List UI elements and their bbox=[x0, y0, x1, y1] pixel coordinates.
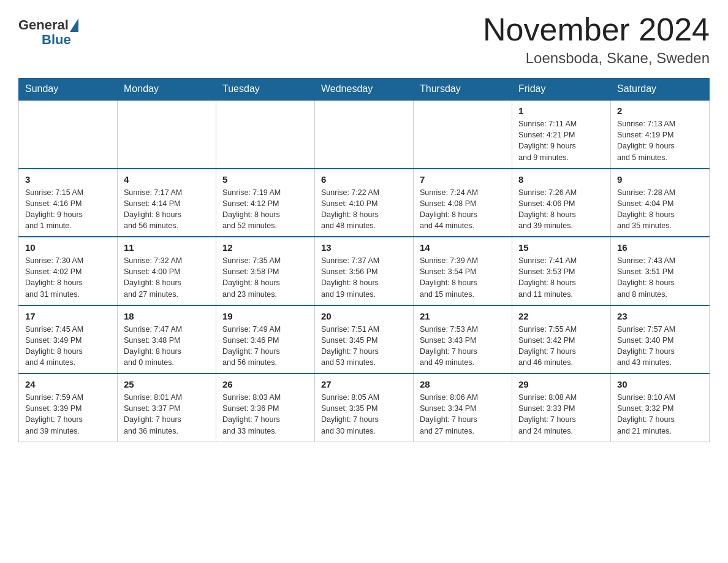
day-number: 17 bbox=[25, 311, 111, 321]
day-info: Sunrise: 7:45 AM Sunset: 3:49 PM Dayligh… bbox=[25, 324, 111, 369]
day-number: 4 bbox=[124, 174, 210, 185]
calendar-cell: 18Sunrise: 7:47 AM Sunset: 3:48 PM Dayli… bbox=[118, 305, 216, 374]
day-info: Sunrise: 8:01 AM Sunset: 3:37 PM Dayligh… bbox=[124, 392, 210, 437]
logo: General Blue bbox=[18, 17, 80, 48]
day-info: Sunrise: 7:22 AM Sunset: 4:10 PM Dayligh… bbox=[321, 187, 407, 232]
day-info: Sunrise: 8:10 AM Sunset: 3:32 PM Dayligh… bbox=[617, 392, 703, 437]
day-number: 1 bbox=[518, 105, 604, 116]
day-number: 26 bbox=[222, 379, 308, 389]
day-number: 11 bbox=[124, 242, 210, 253]
day-info: Sunrise: 7:49 AM Sunset: 3:46 PM Dayligh… bbox=[222, 324, 308, 369]
day-info: Sunrise: 7:57 AM Sunset: 3:40 PM Dayligh… bbox=[617, 324, 703, 369]
calendar-cell bbox=[118, 100, 216, 169]
day-number: 23 bbox=[617, 311, 703, 321]
calendar-cell: 10Sunrise: 7:30 AM Sunset: 4:02 PM Dayli… bbox=[19, 237, 118, 305]
calendar-cell: 14Sunrise: 7:39 AM Sunset: 3:54 PM Dayli… bbox=[414, 237, 512, 305]
calendar-cell: 27Sunrise: 8:05 AM Sunset: 3:35 PM Dayli… bbox=[315, 373, 414, 442]
week-row-5: 24Sunrise: 7:59 AM Sunset: 3:39 PM Dayli… bbox=[19, 373, 710, 442]
day-number: 29 bbox=[518, 379, 604, 389]
calendar-cell: 16Sunrise: 7:43 AM Sunset: 3:51 PM Dayli… bbox=[611, 237, 710, 305]
calendar-cell: 17Sunrise: 7:45 AM Sunset: 3:49 PM Dayli… bbox=[19, 305, 118, 374]
calendar-cell: 25Sunrise: 8:01 AM Sunset: 3:37 PM Dayli… bbox=[118, 373, 216, 442]
weekday-header-friday: Friday bbox=[512, 79, 611, 101]
calendar-table: SundayMondayTuesdayWednesdayThursdayFrid… bbox=[18, 78, 710, 442]
day-info: Sunrise: 7:35 AM Sunset: 3:58 PM Dayligh… bbox=[222, 255, 308, 300]
day-info: Sunrise: 7:51 AM Sunset: 3:45 PM Dayligh… bbox=[321, 324, 407, 369]
calendar-cell: 30Sunrise: 8:10 AM Sunset: 3:32 PM Dayli… bbox=[611, 373, 710, 442]
day-info: Sunrise: 7:19 AM Sunset: 4:12 PM Dayligh… bbox=[222, 187, 308, 232]
day-number: 2 bbox=[617, 105, 703, 116]
day-number: 8 bbox=[518, 174, 604, 185]
day-number: 24 bbox=[25, 379, 111, 389]
day-info: Sunrise: 7:15 AM Sunset: 4:16 PM Dayligh… bbox=[25, 187, 111, 232]
calendar-cell: 4Sunrise: 7:17 AM Sunset: 4:14 PM Daylig… bbox=[118, 169, 216, 237]
day-info: Sunrise: 7:41 AM Sunset: 3:53 PM Dayligh… bbox=[518, 255, 604, 300]
day-number: 30 bbox=[617, 379, 703, 389]
calendar-cell: 2Sunrise: 7:13 AM Sunset: 4:19 PM Daylig… bbox=[611, 100, 710, 169]
day-number: 14 bbox=[420, 242, 506, 253]
day-number: 20 bbox=[321, 311, 407, 321]
weekday-header-row: SundayMondayTuesdayWednesdayThursdayFrid… bbox=[19, 79, 710, 101]
day-number: 18 bbox=[124, 311, 210, 321]
day-info: Sunrise: 7:37 AM Sunset: 3:56 PM Dayligh… bbox=[321, 255, 407, 300]
weekday-header-wednesday: Wednesday bbox=[315, 79, 414, 101]
day-number: 7 bbox=[420, 174, 506, 185]
day-info: Sunrise: 7:55 AM Sunset: 3:42 PM Dayligh… bbox=[518, 324, 604, 369]
day-info: Sunrise: 7:26 AM Sunset: 4:06 PM Dayligh… bbox=[518, 187, 604, 232]
day-number: 3 bbox=[25, 174, 111, 185]
calendar-cell: 7Sunrise: 7:24 AM Sunset: 4:08 PM Daylig… bbox=[414, 169, 512, 237]
logo-blue-text: Blue bbox=[42, 32, 71, 48]
calendar-cell: 6Sunrise: 7:22 AM Sunset: 4:10 PM Daylig… bbox=[315, 169, 414, 237]
day-info: Sunrise: 7:47 AM Sunset: 3:48 PM Dayligh… bbox=[124, 324, 210, 369]
day-number: 19 bbox=[222, 311, 308, 321]
day-info: Sunrise: 7:13 AM Sunset: 4:19 PM Dayligh… bbox=[617, 118, 703, 163]
day-number: 21 bbox=[420, 311, 506, 321]
day-info: Sunrise: 8:08 AM Sunset: 3:33 PM Dayligh… bbox=[518, 392, 604, 437]
header: General Blue November 2024 Loensboda, Sk… bbox=[18, 12, 710, 67]
calendar-cell: 21Sunrise: 7:53 AM Sunset: 3:43 PM Dayli… bbox=[414, 305, 512, 374]
logo-triangle-icon bbox=[70, 18, 78, 32]
day-number: 28 bbox=[420, 379, 506, 389]
day-info: Sunrise: 7:53 AM Sunset: 3:43 PM Dayligh… bbox=[420, 324, 506, 369]
day-info: Sunrise: 7:24 AM Sunset: 4:08 PM Dayligh… bbox=[420, 187, 506, 232]
title-area: November 2024 Loensboda, Skane, Sweden bbox=[483, 12, 710, 67]
weekday-header-thursday: Thursday bbox=[414, 79, 512, 101]
location-subtitle: Loensboda, Skane, Sweden bbox=[483, 50, 710, 67]
calendar-cell bbox=[315, 100, 414, 169]
calendar-cell: 8Sunrise: 7:26 AM Sunset: 4:06 PM Daylig… bbox=[512, 169, 611, 237]
calendar-cell: 1Sunrise: 7:11 AM Sunset: 4:21 PM Daylig… bbox=[512, 100, 611, 169]
day-info: Sunrise: 7:59 AM Sunset: 3:39 PM Dayligh… bbox=[25, 392, 111, 437]
calendar-cell: 12Sunrise: 7:35 AM Sunset: 3:58 PM Dayli… bbox=[216, 237, 315, 305]
day-number: 9 bbox=[617, 174, 703, 185]
calendar-cell bbox=[19, 100, 118, 169]
day-info: Sunrise: 7:43 AM Sunset: 3:51 PM Dayligh… bbox=[617, 255, 703, 300]
day-info: Sunrise: 7:39 AM Sunset: 3:54 PM Dayligh… bbox=[420, 255, 506, 300]
calendar-cell: 13Sunrise: 7:37 AM Sunset: 3:56 PM Dayli… bbox=[315, 237, 414, 305]
day-info: Sunrise: 7:11 AM Sunset: 4:21 PM Dayligh… bbox=[518, 118, 604, 163]
calendar-cell: 19Sunrise: 7:49 AM Sunset: 3:46 PM Dayli… bbox=[216, 305, 315, 374]
calendar-cell: 26Sunrise: 8:03 AM Sunset: 3:36 PM Dayli… bbox=[216, 373, 315, 442]
week-row-3: 10Sunrise: 7:30 AM Sunset: 4:02 PM Dayli… bbox=[19, 237, 710, 305]
day-number: 6 bbox=[321, 174, 407, 185]
calendar-cell: 28Sunrise: 8:06 AM Sunset: 3:34 PM Dayli… bbox=[414, 373, 512, 442]
day-number: 25 bbox=[124, 379, 210, 389]
day-number: 10 bbox=[25, 242, 111, 253]
day-number: 16 bbox=[617, 242, 703, 253]
calendar-cell: 5Sunrise: 7:19 AM Sunset: 4:12 PM Daylig… bbox=[216, 169, 315, 237]
day-info: Sunrise: 7:30 AM Sunset: 4:02 PM Dayligh… bbox=[25, 255, 111, 300]
calendar-cell: 20Sunrise: 7:51 AM Sunset: 3:45 PM Dayli… bbox=[315, 305, 414, 374]
week-row-2: 3Sunrise: 7:15 AM Sunset: 4:16 PM Daylig… bbox=[19, 169, 710, 237]
calendar-cell: 24Sunrise: 7:59 AM Sunset: 3:39 PM Dayli… bbox=[19, 373, 118, 442]
calendar-cell bbox=[216, 100, 315, 169]
day-number: 15 bbox=[518, 242, 604, 253]
day-info: Sunrise: 7:28 AM Sunset: 4:04 PM Dayligh… bbox=[617, 187, 703, 232]
day-info: Sunrise: 8:05 AM Sunset: 3:35 PM Dayligh… bbox=[321, 392, 407, 437]
day-info: Sunrise: 8:03 AM Sunset: 3:36 PM Dayligh… bbox=[222, 392, 308, 437]
day-info: Sunrise: 8:06 AM Sunset: 3:34 PM Dayligh… bbox=[420, 392, 506, 437]
week-row-4: 17Sunrise: 7:45 AM Sunset: 3:49 PM Dayli… bbox=[19, 305, 710, 374]
week-row-1: 1Sunrise: 7:11 AM Sunset: 4:21 PM Daylig… bbox=[19, 100, 710, 169]
calendar-cell: 23Sunrise: 7:57 AM Sunset: 3:40 PM Dayli… bbox=[611, 305, 710, 374]
calendar-cell: 29Sunrise: 8:08 AM Sunset: 3:33 PM Dayli… bbox=[512, 373, 611, 442]
calendar-cell: 22Sunrise: 7:55 AM Sunset: 3:42 PM Dayli… bbox=[512, 305, 611, 374]
calendar-cell: 9Sunrise: 7:28 AM Sunset: 4:04 PM Daylig… bbox=[611, 169, 710, 237]
